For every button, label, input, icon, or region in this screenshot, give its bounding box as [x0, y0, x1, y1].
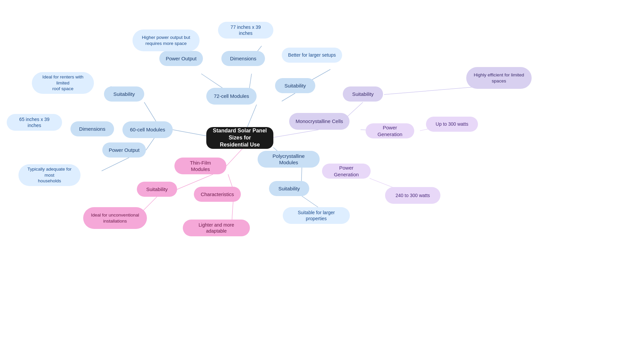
node-suitPolyVal: Suitable for larger properties [283, 207, 350, 224]
node-suitMono: Suitability [343, 86, 383, 102]
svg-line-6 [144, 102, 156, 121]
node-dim60val: 65 inches x 39 inches [7, 114, 62, 131]
node-charThinVal: Lighter and more adaptable [183, 220, 250, 236]
node-monocrystalline: Monocrystalline Cells [289, 113, 350, 130]
svg-line-13 [282, 93, 295, 101]
svg-line-7 [146, 138, 154, 150]
node-suit60val: Ideal for renters with limited roof spac… [32, 72, 94, 94]
node-powerPoly: Power Generation [322, 164, 371, 179]
node-suitThin: Suitability [137, 182, 177, 197]
node-powerPolyVal: 240 to 300 watts [385, 187, 440, 204]
node-poweroutput60: Power Output [102, 142, 146, 158]
node-suit72val: Better for larger setups [282, 48, 342, 63]
node-suitThinVal: Ideal for unconventional installations [83, 207, 147, 229]
node-72cell: 72-cell Modules [206, 88, 257, 105]
node-suitability60: Suitability [104, 86, 144, 102]
node-charThin: Characteristics [194, 187, 241, 202]
node-suit72: Suitability [275, 78, 315, 93]
node-powerMonoVal: Up to 300 watts [426, 117, 478, 132]
node-power60val: Typically adequate for most households [18, 164, 80, 186]
node-dim60: Dimensions [70, 121, 114, 136]
node-poweroutput72: Power Output [159, 51, 203, 66]
center-node: Standard Solar Panel Sizes for Residenti… [206, 127, 273, 149]
node-powerMono: Power Generation [366, 123, 414, 138]
node-dim72: Dimensions [221, 51, 265, 66]
node-60cell: 60-cell Modules [122, 121, 173, 138]
node-suitPoly: Suitability [269, 181, 309, 196]
node-power72val: Higher power output but requires more sp… [132, 29, 200, 51]
svg-line-10 [102, 158, 129, 171]
svg-line-2 [226, 147, 244, 166]
node-polycrystalline: Polycrystalline Modules [258, 151, 320, 168]
node-dim72val: 77 inches x 39 inches [218, 22, 273, 39]
svg-line-4 [273, 130, 319, 137]
node-suitMonoVal: Highly efficient for limited spaces [466, 67, 532, 89]
node-thinfilm: Thin-Film Modules [174, 158, 226, 174]
